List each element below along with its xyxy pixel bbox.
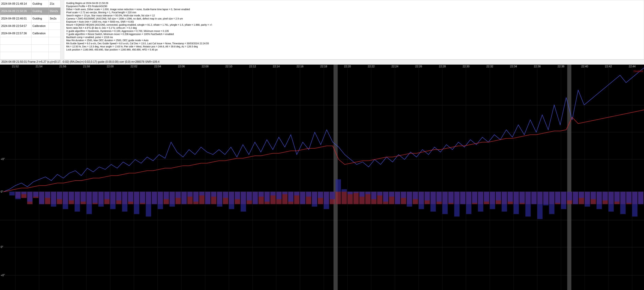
svg-rect-75 bbox=[116, 192, 122, 200]
svg-rect-233 bbox=[585, 192, 590, 207]
svg-rect-163 bbox=[377, 192, 382, 196]
svg-rect-65 bbox=[86, 192, 92, 214]
session-info-panel: Guiding Begins at 2024-04-09 21:50:26 Eq… bbox=[64, 0, 644, 59]
svg-rect-243 bbox=[614, 192, 620, 202]
time-tick: 22:02 bbox=[130, 65, 138, 68]
svg-rect-111 bbox=[223, 192, 228, 198]
svg-rect-229 bbox=[573, 192, 578, 204]
time-tick: 22:36 bbox=[534, 65, 540, 68]
svg-rect-107 bbox=[211, 192, 216, 197]
svg-rect-119 bbox=[247, 192, 252, 200]
svg-rect-85 bbox=[146, 192, 151, 217]
svg-rect-171 bbox=[401, 192, 406, 198]
svg-rect-175 bbox=[413, 192, 418, 199]
session-row[interactable]: 2024-04-09 21:50:26Guiding55m2s bbox=[0, 8, 60, 15]
svg-rect-69 bbox=[98, 192, 104, 207]
svg-rect-133 bbox=[288, 192, 294, 202]
svg-rect-95 bbox=[176, 192, 181, 198]
svg-rect-193 bbox=[466, 192, 472, 214]
time-tick: 22:08 bbox=[202, 65, 208, 68]
svg-rect-141 bbox=[312, 192, 317, 207]
svg-rect-131 bbox=[282, 192, 288, 194]
svg-rect-117 bbox=[241, 192, 246, 212]
session-table[interactable]: 2024-04-09 21:48:14Guiding21s2024-04-09 … bbox=[0, 0, 60, 59]
time-tick: 22:14 bbox=[273, 65, 280, 68]
svg-rect-181 bbox=[430, 192, 436, 212]
svg-rect-191 bbox=[460, 192, 466, 204]
time-tick: 21:58 bbox=[83, 65, 90, 68]
svg-rect-71 bbox=[104, 192, 110, 199]
svg-rect-197 bbox=[478, 192, 483, 212]
svg-rect-145 bbox=[324, 192, 329, 209]
top-region: 2024-04-09 21:48:14Guiding21s2024-04-09 … bbox=[0, 0, 644, 59]
svg-rect-235 bbox=[591, 192, 596, 199]
svg-rect-249 bbox=[632, 192, 638, 217]
time-tick: 22:22 bbox=[368, 65, 375, 68]
svg-rect-195 bbox=[472, 192, 477, 203]
time-axis: 21:5221:5421:5621:5822:0022:0222:0422:06… bbox=[0, 65, 644, 69]
svg-rect-245 bbox=[620, 192, 626, 214]
svg-rect-179 bbox=[424, 192, 430, 200]
svg-rect-237 bbox=[596, 192, 602, 209]
svg-rect-99 bbox=[187, 192, 193, 197]
time-tick: 22:40 bbox=[581, 65, 588, 68]
svg-rect-207 bbox=[508, 192, 513, 202]
svg-rect-150 bbox=[342, 192, 347, 204]
svg-rect-51 bbox=[45, 192, 50, 198]
guide-chart[interactable]: 21:5221:5421:5621:5822:0022:0222:0422:06… bbox=[0, 65, 644, 290]
svg-rect-41 bbox=[15, 192, 21, 199]
svg-rect-47 bbox=[33, 192, 38, 197]
session-row[interactable]: 2024-04-09 21:48:14Guiding21s bbox=[0, 0, 60, 8]
svg-rect-129 bbox=[276, 192, 282, 199]
disabled-label: Disabled bbox=[634, 70, 643, 73]
svg-rect-113 bbox=[229, 192, 234, 209]
svg-rect-103 bbox=[199, 192, 204, 196]
time-tick: 22:30 bbox=[463, 65, 470, 68]
session-row[interactable]: 2024-04-09 22:46:01Guiding3m2s bbox=[0, 15, 60, 22]
svg-rect-173 bbox=[407, 192, 412, 207]
svg-rect-57 bbox=[63, 192, 68, 209]
svg-rect-183 bbox=[436, 192, 442, 202]
svg-rect-213 bbox=[525, 192, 531, 217]
svg-rect-185 bbox=[442, 192, 448, 214]
svg-rect-39 bbox=[9, 192, 14, 196]
svg-rect-247 bbox=[626, 192, 632, 203]
y-tick: +0" bbox=[1, 274, 5, 277]
svg-rect-153 bbox=[348, 192, 353, 194]
svg-rect-199 bbox=[484, 192, 489, 202]
svg-rect-81 bbox=[134, 192, 139, 214]
svg-rect-87 bbox=[152, 192, 157, 204]
time-tick: 22:16 bbox=[296, 65, 304, 68]
time-tick: 22:18 bbox=[320, 65, 327, 68]
session-row[interactable]: 2024-04-09 22:54:57Calibration bbox=[0, 22, 60, 30]
svg-rect-49 bbox=[39, 192, 44, 204]
time-tick: 22:06 bbox=[178, 65, 185, 68]
y-tick: 0" bbox=[1, 245, 3, 249]
svg-rect-97 bbox=[181, 192, 187, 204]
svg-rect-53 bbox=[51, 192, 56, 207]
svg-rect-148 bbox=[336, 192, 341, 204]
svg-rect-77 bbox=[122, 192, 128, 212]
svg-rect-157 bbox=[359, 192, 365, 197]
time-tick: 22:00 bbox=[107, 65, 114, 68]
session-row[interactable]: 2024-04-09 22:57:36Calibration bbox=[0, 30, 60, 37]
time-tick: 22:04 bbox=[154, 65, 161, 68]
svg-rect-239 bbox=[602, 192, 608, 200]
svg-rect-101 bbox=[193, 192, 198, 202]
svg-rect-73 bbox=[110, 192, 116, 209]
svg-rect-209 bbox=[514, 192, 519, 214]
svg-rect-223 bbox=[555, 192, 560, 203]
svg-rect-227 bbox=[567, 192, 572, 200]
svg-rect-63 bbox=[80, 192, 86, 202]
svg-rect-225 bbox=[561, 192, 566, 209]
svg-rect-125 bbox=[264, 192, 270, 202]
time-tick: 22:38 bbox=[558, 65, 564, 68]
svg-rect-219 bbox=[543, 192, 548, 205]
y-tick: 0" bbox=[1, 190, 3, 193]
svg-rect-231 bbox=[579, 192, 584, 198]
svg-rect-211 bbox=[520, 192, 525, 203]
svg-rect-215 bbox=[531, 192, 537, 204]
svg-rect-121 bbox=[252, 192, 258, 204]
svg-rect-79 bbox=[128, 192, 133, 202]
svg-rect-43 bbox=[21, 192, 26, 194]
